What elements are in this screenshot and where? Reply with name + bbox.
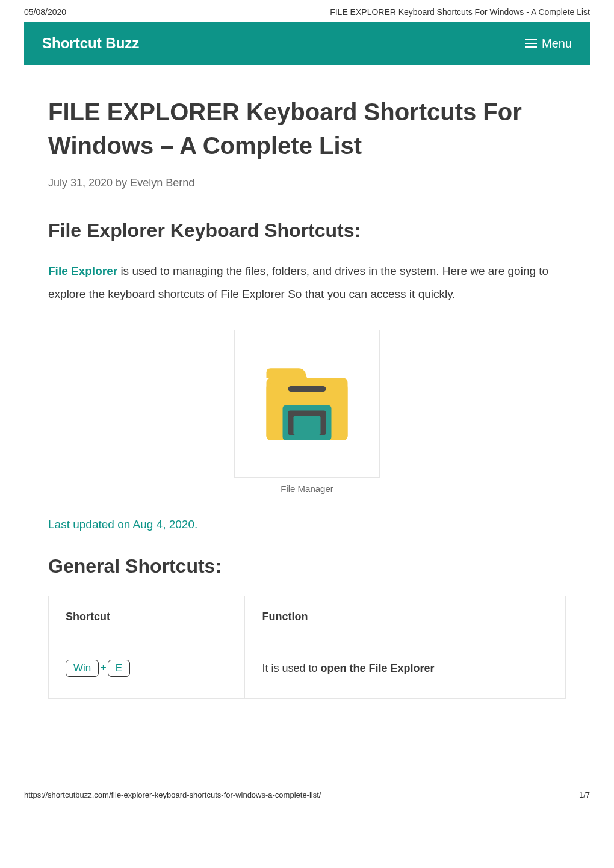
last-updated: Last updated on Aug 4, 2020. [48,518,566,531]
section-heading-shortcuts: File Explorer Keyboard Shortcuts: [48,220,566,242]
header-date: 05/08/2020 [24,7,66,17]
intro-paragraph: File Explorer is used to managing the fi… [48,260,566,306]
shortcuts-table: Shortcut Function Win+E It is used to op… [48,596,566,699]
function-prefix: It is used to [262,662,320,674]
function-bold-text: open the File Explorer [320,662,434,674]
menu-label: Menu [542,37,572,51]
table-header-shortcut: Shortcut [49,596,245,638]
article-date: July 31, 2020 [48,177,113,189]
page-footer: https://shortcutbuzz.com/file-explorer-k… [0,783,614,807]
table-header-function: Function [245,596,566,638]
table-header-row: Shortcut Function [49,596,566,638]
author-prefix: by [116,177,127,189]
svg-rect-5 [294,416,321,436]
svg-rect-2 [288,386,326,392]
hamburger-icon [525,39,537,48]
footer-url: https://shortcutbuzz.com/file-explorer-k… [24,790,321,799]
footer-page-number: 1/7 [579,790,590,799]
key-plus: + [100,662,107,674]
main-content: FILE EXPLORER Keyboard Shortcuts For Win… [0,65,614,723]
article-author: Evelyn Bernd [130,177,194,189]
function-cell: It is used to open the File Explorer [245,638,566,699]
menu-toggle[interactable]: Menu [525,37,572,51]
header-page-title: FILE EXPLORER Keyboard Shortcuts For Win… [330,7,590,17]
nav-bar: Shortcut Buzz Menu [24,22,590,65]
key-win: Win [66,660,99,677]
page-header: 05/08/2020 FILE EXPLORER Keyboard Shortc… [0,0,614,22]
file-explorer-link[interactable]: File Explorer [48,265,117,277]
intro-text-body: is used to managing the files, folders, … [48,265,548,300]
key-e: E [108,660,130,677]
site-logo[interactable]: Shortcut Buzz [42,35,139,52]
folder-icon [253,348,361,457]
article-meta: July 31, 2020 by Evelyn Bernd [48,177,566,189]
shortcut-cell: Win+E [49,638,245,699]
article-title: FILE EXPLORER Keyboard Shortcuts For Win… [48,95,566,162]
table-row: Win+E It is used to open the File Explor… [49,638,566,699]
section-heading-general: General Shortcuts: [48,555,566,577]
figure-caption: File Manager [48,484,566,494]
figure-container: File Manager [48,330,566,494]
folder-image [234,330,380,478]
